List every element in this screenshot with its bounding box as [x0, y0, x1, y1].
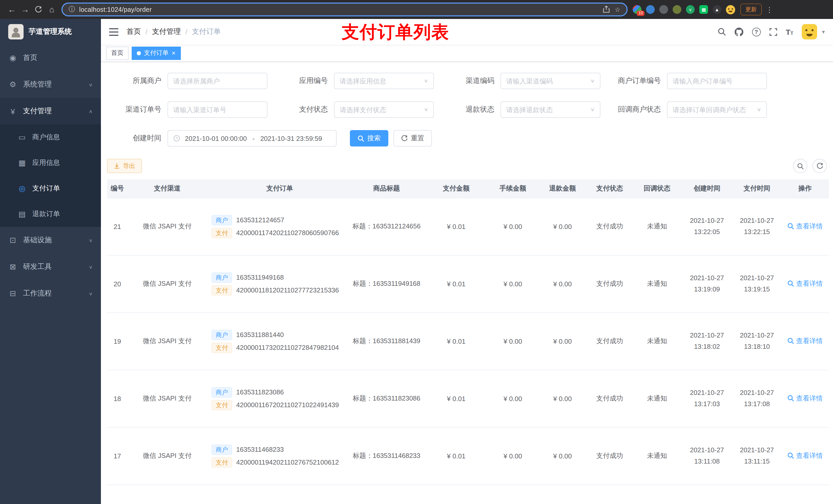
submenu-item-应用信息[interactable]: ▦应用信息: [0, 150, 101, 176]
input-control[interactable]: [667, 73, 767, 89]
main: 首页/支付管理/支付订单 支付订单列表 ? TT ▾: [101, 19, 833, 504]
hide-search-button[interactable]: [793, 159, 807, 173]
sidebar-item-研发工具[interactable]: ⊠研发工具∨: [0, 254, 101, 280]
input-control[interactable]: [168, 101, 267, 118]
profile-avatar-icon[interactable]: [726, 5, 735, 14]
submenu-item-退款订单[interactable]: ▤退款订单: [0, 201, 101, 227]
search-button[interactable]: 搜索: [350, 130, 388, 146]
check-extension-icon[interactable]: v: [686, 5, 695, 14]
select-input[interactable]: [340, 106, 421, 114]
export-button[interactable]: 导出: [107, 159, 142, 173]
select-input[interactable]: [506, 77, 587, 85]
chat-extension-icon[interactable]: ▩: [699, 5, 708, 14]
sidebar-logo[interactable]: 芋道管理系统: [0, 19, 101, 45]
cell-order: 商户1635311823086支付42000011672021102710224…: [207, 370, 348, 427]
select-control[interactable]: ∨: [334, 73, 434, 89]
select-control[interactable]: ∨: [334, 101, 434, 118]
sidebar-item-系统管理[interactable]: ⚙系统管理∨: [0, 71, 101, 98]
date-start-value[interactable]: 2021-10-01 00:00:00: [185, 135, 247, 142]
column-header-手续金额: 手续金额: [487, 179, 539, 198]
sidebar-item-工作流程[interactable]: ⊟工作流程∨: [0, 280, 101, 307]
cell-id: 19: [107, 312, 127, 370]
tab-label: 首页: [111, 49, 123, 57]
circle-extension-icon[interactable]: [673, 5, 681, 14]
cell-pay-amount: ¥ 0.01: [425, 370, 487, 427]
browser-update-button[interactable]: 更新: [740, 4, 762, 15]
text-input[interactable]: [673, 77, 761, 85]
cell-channel: [127, 484, 207, 504]
select-control[interactable]: ∨: [667, 101, 767, 118]
menu-item-label: 研发工具: [23, 262, 83, 271]
palette-extension-icon[interactable]: [633, 5, 641, 14]
pay-tag: 支付: [212, 228, 232, 238]
view-detail-link[interactable]: 查看详情: [787, 222, 823, 231]
browser-forward-icon[interactable]: →: [19, 3, 32, 16]
cell-pay-status: 支付成功: [587, 255, 633, 312]
user-avatar[interactable]: [802, 24, 817, 40]
column-header-支付渠道: 支付渠道: [127, 179, 207, 198]
submenu-item-支付订单[interactable]: ◎支付订单: [0, 176, 101, 201]
view-detail-link[interactable]: 查看详情: [787, 394, 823, 403]
url-bar[interactable]: ⓘ localhost:1024/pay/order ☆: [62, 3, 627, 16]
cell-refund-amount: ¥ 0.00: [539, 370, 587, 427]
select-control[interactable]: ∨: [501, 73, 600, 89]
tab-首页[interactable]: 首页: [106, 46, 128, 60]
globe-extension-icon[interactable]: [659, 5, 668, 14]
reset-button[interactable]: 重置: [394, 130, 432, 146]
sidebar-item-支付管理[interactable]: ¥支付管理∧: [0, 98, 101, 124]
share-icon[interactable]: [603, 6, 610, 13]
view-detail-link[interactable]: 查看详情: [787, 279, 823, 288]
cell-id: 20: [107, 255, 127, 312]
select-input[interactable]: [340, 77, 421, 85]
page: ← → ⌂ ⓘ localhost:1024/pay/order ☆ v ▩ ▲: [0, 0, 833, 504]
drop-extension-icon[interactable]: [646, 5, 655, 14]
font-size-icon[interactable]: TT: [786, 27, 793, 36]
select-input[interactable]: [506, 106, 587, 114]
browser-back-icon[interactable]: ←: [5, 3, 19, 16]
tab-close-icon[interactable]: ×: [172, 50, 175, 56]
help-icon[interactable]: ?: [752, 27, 761, 36]
select-input[interactable]: [673, 106, 754, 114]
pin-extension-icon[interactable]: ▲: [713, 5, 721, 14]
fullscreen-icon[interactable]: [769, 28, 777, 35]
breadcrumb-item[interactable]: 支付管理: [152, 27, 181, 37]
submenu-item-商户信息[interactable]: ▭商户信息: [0, 124, 101, 150]
view-detail-link[interactable]: 查看详情: [787, 451, 823, 460]
browser-refresh-icon[interactable]: [32, 3, 45, 16]
select-control[interactable]: ∨: [501, 101, 600, 118]
filter-row-1: 所属商户应用编号∨渠道编码∨商户订单编号: [107, 73, 827, 89]
sidebar-item-基础设施[interactable]: ⊡基础设施∨: [0, 227, 101, 254]
column-header-支付时间: 支付时间: [733, 179, 781, 198]
breadcrumb-item: 支付订单: [192, 27, 221, 37]
search-icon[interactable]: [718, 28, 726, 36]
cell-notify-status: 未通知: [633, 198, 681, 255]
date-end-value[interactable]: 2021-10-31 23:59:59: [260, 135, 322, 142]
tab-active-dot: [137, 51, 141, 55]
input-control[interactable]: [168, 73, 267, 89]
chevron-down-icon: ∨: [89, 82, 93, 87]
cell-create-time: 2021-10-2713:17:03: [681, 370, 733, 427]
breadcrumb-separator: /: [186, 28, 188, 36]
avatar-caret-icon[interactable]: ▾: [822, 28, 825, 35]
view-detail-link[interactable]: 查看详情: [787, 337, 823, 346]
refresh-table-button[interactable]: [812, 159, 827, 173]
create-time-range-picker[interactable]: 2021-10-01 00:00:00 - 2021-10-31 23:59:5…: [168, 130, 337, 146]
sidebar-item-首页[interactable]: ◉首页: [0, 45, 101, 71]
site-info-icon[interactable]: ⓘ: [69, 5, 75, 14]
merchant-tag: 商户: [212, 272, 232, 283]
cell-notify-status: [633, 484, 681, 504]
text-input[interactable]: [173, 106, 262, 114]
url-text[interactable]: localhost:1024/pay/order: [79, 6, 599, 13]
pay-tag: 支付: [212, 457, 232, 467]
breadcrumb-item[interactable]: 首页: [126, 27, 141, 37]
sidebar-toggle-icon[interactable]: [109, 28, 118, 35]
pay-order-no: 4200001174202110278060590766: [236, 229, 339, 237]
bookmark-star-icon[interactable]: ☆: [615, 6, 620, 13]
cell-action: 查看详情: [781, 370, 829, 427]
browser-menu-icon[interactable]: ⋮: [766, 5, 773, 14]
cell-create-time: 2021-10-2713:22:05: [681, 198, 733, 255]
github-icon[interactable]: [735, 27, 743, 36]
browser-home-icon[interactable]: ⌂: [45, 3, 58, 16]
tab-支付订单[interactable]: 支付订单×: [132, 46, 181, 60]
text-input[interactable]: [173, 77, 262, 85]
